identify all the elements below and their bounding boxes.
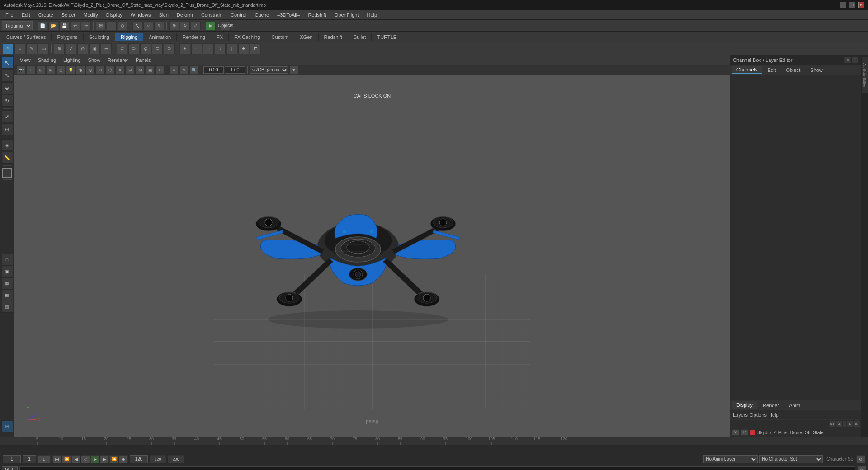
gear-btn[interactable]: ⚙ xyxy=(856,455,865,463)
layer2-lt[interactable]: ▣ xyxy=(1,266,13,277)
cross-btn[interactable]: ✚ xyxy=(238,43,249,54)
redo-button[interactable]: ↪ xyxy=(81,21,91,30)
menu-openflight[interactable]: OpenFlight xyxy=(331,11,363,19)
vc-pan-btn[interactable]: ⊕ xyxy=(170,66,179,74)
layer-v-btn[interactable]: V xyxy=(732,429,739,436)
frame-step-btn[interactable]: 1 xyxy=(37,455,51,463)
tab-rendering[interactable]: Rendering xyxy=(177,33,211,41)
objects-button[interactable]: Objects xyxy=(221,21,231,30)
layer-nav-btn-3[interactable] xyxy=(843,421,846,427)
vc-ao-btn[interactable]: ◒ xyxy=(86,66,95,74)
save-file-button[interactable]: 💾 xyxy=(59,21,69,30)
layer-nav-btn-4[interactable]: ▶ xyxy=(847,421,853,427)
rp-close-btn[interactable]: ✕ xyxy=(844,57,851,63)
vc-depth-btn[interactable]: ▣ xyxy=(146,66,155,74)
vc-wire-btn[interactable]: ◻ xyxy=(56,66,65,74)
tab-sculpting[interactable]: Sculpting xyxy=(84,33,115,41)
viewport-menu-shading[interactable]: Shading xyxy=(35,56,59,64)
orient-btn[interactable]: ⤢ xyxy=(66,43,76,54)
bind-skin-btn[interactable]: ⊆ xyxy=(152,43,163,54)
tab-bullet[interactable]: Bullet xyxy=(348,33,372,41)
arrow-left-btn[interactable]: ← xyxy=(191,43,202,54)
help-label[interactable]: Help xyxy=(769,412,779,418)
select-tool-button[interactable]: ↖ xyxy=(132,21,142,30)
layers-label[interactable]: Layers xyxy=(733,412,748,418)
paint-select-btn[interactable]: ✎ xyxy=(26,43,37,54)
tab-animation[interactable]: Animation xyxy=(143,33,177,41)
vc-view2-btn[interactable]: ⊡ xyxy=(36,66,45,74)
rp-display-tab[interactable]: Display xyxy=(732,401,757,409)
menu-constrain[interactable]: Constrain xyxy=(198,11,226,19)
close-button[interactable]: ✕ xyxy=(858,2,864,8)
rp-tab-show[interactable]: Show xyxy=(806,66,827,74)
rotate-button[interactable]: ↻ xyxy=(180,21,190,30)
ik-tool-btn[interactable]: ⊃ xyxy=(128,43,139,54)
bracket-btn[interactable]: ⊏ xyxy=(250,43,261,54)
rp-tab-edit[interactable]: Edit xyxy=(763,66,780,74)
menu-file[interactable]: File xyxy=(2,11,17,19)
vc-arrow-btn[interactable]: ▼ xyxy=(289,66,298,74)
menu-cache[interactable]: Cache xyxy=(251,11,273,19)
next-key-btn[interactable]: ⏩ xyxy=(109,455,118,463)
prev-frame-btn[interactable]: ◀ xyxy=(71,455,80,463)
open-file-button[interactable]: 📂 xyxy=(48,21,58,30)
tab-redshift[interactable]: Redshift xyxy=(319,33,348,41)
snap-curve-button[interactable]: ⌒ xyxy=(107,21,117,30)
vc-hud-btn[interactable]: H xyxy=(96,66,105,74)
layer5-lt[interactable]: ▧ xyxy=(1,301,13,313)
next-frame-btn[interactable]: ▶ xyxy=(100,455,109,463)
vc-zoom-btn[interactable]: 🔍 xyxy=(189,66,198,74)
color-profile-select[interactable]: sRGB gamma xyxy=(250,66,288,74)
rp-float-btn[interactable]: ⊞ xyxy=(852,57,858,63)
mel-input[interactable] xyxy=(19,466,855,470)
viewport-menu-lighting[interactable]: Lighting xyxy=(61,56,84,64)
char-set-select[interactable]: No Character Set xyxy=(760,455,823,463)
layer4-lt[interactable]: ▩ xyxy=(1,289,13,301)
arrow-down-btn[interactable]: ↓ xyxy=(215,43,226,54)
lasso-button[interactable]: ○ xyxy=(143,21,153,30)
menu-skin[interactable]: Skin xyxy=(155,11,172,19)
end-frame-input[interactable] xyxy=(130,455,148,463)
weight-btn[interactable]: ⊇ xyxy=(164,43,175,54)
sk-btn[interactable]: ⊄ xyxy=(140,43,151,54)
pivot-btn[interactable]: ⊙ xyxy=(77,43,88,54)
mel-label[interactable]: MEL xyxy=(2,466,18,470)
paint-button[interactable]: ✎ xyxy=(154,21,164,30)
plus-btn[interactable]: + xyxy=(179,43,190,54)
render-button[interactable]: ▶ xyxy=(206,21,216,30)
vc-light-btn[interactable]: 💡 xyxy=(66,66,75,74)
layer-p-btn[interactable]: P xyxy=(741,429,748,436)
vc-3d-btn[interactable]: 3D xyxy=(156,66,165,74)
mode-dropdown[interactable]: Rigging xyxy=(2,21,33,30)
layer-color-swatch[interactable] xyxy=(750,430,755,435)
viewport-menu-view[interactable]: View xyxy=(17,56,33,64)
tab-xgen[interactable]: XGen xyxy=(294,33,318,41)
menu-create[interactable]: Create xyxy=(35,11,57,19)
menu-deform[interactable]: Deform xyxy=(173,11,197,19)
rp-tab-object[interactable]: Object xyxy=(781,66,805,74)
snap-grid-button[interactable]: ⊞ xyxy=(96,21,106,30)
soft-select-btn[interactable]: ◉ xyxy=(89,43,100,54)
menu-edit[interactable]: Edit xyxy=(18,11,34,19)
tab-rigging[interactable]: Rigging xyxy=(115,33,143,41)
vc-shadow-btn[interactable]: ◑ xyxy=(76,66,85,74)
vc-aa-btn[interactable]: ⊠ xyxy=(136,66,145,74)
vc-view1-btn[interactable]: 1 xyxy=(26,66,35,74)
marquee-btn[interactable]: ▭ xyxy=(38,43,49,54)
vc-value2-input[interactable] xyxy=(225,66,245,74)
line-btn[interactable]: | xyxy=(226,43,237,54)
tab-custom[interactable]: Custom xyxy=(266,33,295,41)
snap-lt[interactable]: ◈ xyxy=(1,139,13,151)
timeline[interactable]: 1 5 10 15 20 25 30 35 40 45 50 xyxy=(0,437,868,453)
layer-row-item[interactable]: V P Skydio_2_Plus_Drone_Off_State xyxy=(730,428,861,437)
layer3-lt[interactable]: ▦ xyxy=(1,277,13,289)
paint-tool-lt[interactable]: ✎ xyxy=(1,70,13,81)
viewport-canvas[interactable]: CAPS LOCK ON xyxy=(14,75,730,437)
measure-lt[interactable]: 📏 xyxy=(1,152,13,164)
rp-anim-tab[interactable]: Anim xyxy=(784,402,805,409)
vc-value1-input[interactable] xyxy=(203,66,224,74)
select-tool-lt[interactable]: ↖ xyxy=(1,57,13,69)
menu-windows[interactable]: Windows xyxy=(127,11,155,19)
layer-nav-btn-2[interactable]: ◀ xyxy=(836,421,842,427)
attr-editor-btn[interactable]: Attribute Editor xyxy=(862,57,868,93)
